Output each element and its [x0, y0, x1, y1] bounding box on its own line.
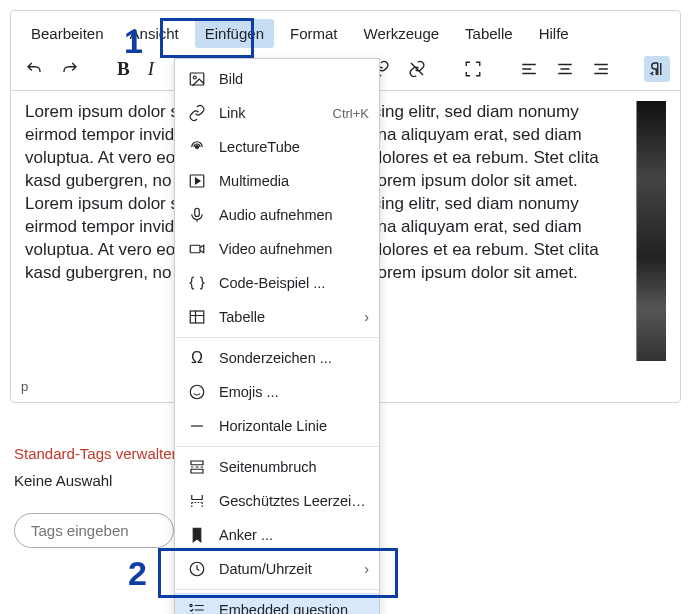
fullscreen-button[interactable]	[460, 56, 486, 82]
redo-button[interactable]	[57, 56, 83, 82]
clock-icon	[187, 559, 207, 579]
dd-hr[interactable]: Horizontale Linie	[175, 409, 379, 443]
dd-audio-label: Audio aufnehmen	[219, 207, 369, 223]
play-square-icon	[187, 171, 207, 191]
menu-tools[interactable]: Werkzeuge	[354, 19, 450, 48]
svg-rect-5	[190, 245, 200, 253]
image-icon	[187, 69, 207, 89]
menu-table[interactable]: Tabelle	[455, 19, 523, 48]
list-check-icon	[187, 600, 207, 614]
smile-icon	[187, 382, 207, 402]
menu-insert[interactable]: Einfügen	[195, 19, 274, 48]
tags-input[interactable]	[14, 513, 174, 548]
nbsp-icon	[187, 491, 207, 511]
svg-rect-4	[195, 208, 200, 216]
video-camera-icon	[187, 239, 207, 259]
undo-icon	[25, 60, 43, 78]
broadcast-icon	[187, 137, 207, 157]
svg-point-1	[193, 76, 196, 79]
dd-special-label: Sonderzeichen ...	[219, 350, 369, 366]
dd-multimedia[interactable]: Multimedia	[175, 164, 379, 198]
separator	[175, 446, 379, 447]
dd-hr-label: Horizontale Linie	[219, 418, 369, 434]
align-left-icon	[520, 60, 538, 78]
align-right-button[interactable]	[588, 56, 614, 82]
undo-button[interactable]	[21, 56, 47, 82]
dd-lecturetube-label: LectureTube	[219, 139, 369, 155]
insert-dropdown: Bild Link Ctrl+K LectureTube Multimedia …	[174, 58, 380, 614]
dd-multimedia-label: Multimedia	[219, 173, 369, 189]
separator	[175, 589, 379, 590]
pilcrow-rtl-icon	[648, 60, 666, 78]
svg-rect-6	[190, 311, 204, 323]
microphone-icon	[187, 205, 207, 225]
separator	[175, 337, 379, 338]
unlink-icon	[408, 60, 426, 78]
dd-video-record[interactable]: Video aufnehmen	[175, 232, 379, 266]
omega-icon: Ω	[187, 348, 207, 368]
dd-link-shortcut: Ctrl+K	[333, 106, 369, 121]
redo-icon	[61, 60, 79, 78]
dd-anchor[interactable]: Anker ...	[175, 518, 379, 552]
dd-table-label: Tabelle	[219, 309, 352, 325]
unlink-button[interactable]	[404, 56, 430, 82]
chevron-right-icon: ›	[364, 561, 369, 577]
rtl-button[interactable]	[644, 56, 670, 82]
dd-link[interactable]: Link Ctrl+K	[175, 96, 379, 130]
dd-video-label: Video aufnehmen	[219, 241, 369, 257]
table-icon	[187, 307, 207, 327]
chevron-right-icon: ›	[364, 309, 369, 325]
menu-edit[interactable]: Bearbeiten	[21, 19, 114, 48]
minus-icon	[187, 416, 207, 436]
fullscreen-icon	[464, 60, 482, 78]
svg-rect-0	[190, 73, 204, 85]
bold-button[interactable]: B	[113, 56, 134, 82]
dd-code-sample[interactable]: Code-Beispiel ...	[175, 266, 379, 300]
dd-embedded-question[interactable]: Embedded question	[175, 593, 379, 614]
align-center-icon	[556, 60, 574, 78]
align-left-button[interactable]	[516, 56, 542, 82]
content-image	[636, 101, 666, 361]
dd-pagebreak-label: Seitenumbruch	[219, 459, 369, 475]
menu-view[interactable]: Ansicht	[120, 19, 189, 48]
dd-emojis[interactable]: Emojis ...	[175, 375, 379, 409]
svg-point-9	[190, 604, 192, 606]
dd-table[interactable]: Tabelle ›	[175, 300, 379, 334]
svg-point-7	[190, 385, 204, 399]
pagebreak-icon	[187, 457, 207, 477]
dd-lecturetube[interactable]: LectureTube	[175, 130, 379, 164]
link-icon	[187, 103, 207, 123]
dd-audio-record[interactable]: Audio aufnehmen	[175, 198, 379, 232]
code-braces-icon	[187, 273, 207, 293]
italic-button[interactable]: I	[144, 56, 158, 82]
dd-anchor-label: Anker ...	[219, 527, 369, 543]
align-right-icon	[592, 60, 610, 78]
dd-datetime-label: Datum/Uhrzeit	[219, 561, 352, 577]
dd-link-label: Link	[219, 105, 321, 121]
menu-help[interactable]: Hilfe	[529, 19, 579, 48]
dd-datetime[interactable]: Datum/Uhrzeit ›	[175, 552, 379, 586]
dd-image[interactable]: Bild	[175, 62, 379, 96]
dd-emojis-label: Emojis ...	[219, 384, 369, 400]
dd-embedded-label: Embedded question	[219, 602, 369, 614]
dd-code-label: Code-Beispiel ...	[219, 275, 369, 291]
bookmark-icon	[187, 525, 207, 545]
menu-format[interactable]: Format	[280, 19, 348, 48]
align-center-button[interactable]	[552, 56, 578, 82]
dd-nbsp-label: Geschütztes Leerzeichen	[219, 493, 369, 509]
dd-nbsp[interactable]: Geschütztes Leerzeichen	[175, 484, 379, 518]
dd-pagebreak[interactable]: Seitenumbruch	[175, 450, 379, 484]
dd-image-label: Bild	[219, 71, 369, 87]
dd-special-char[interactable]: Ω Sonderzeichen ...	[175, 341, 379, 375]
menubar: Bearbeiten Ansicht Einfügen Format Werkz…	[11, 11, 680, 52]
annotation-number-2: 2	[128, 554, 147, 593]
svg-point-2	[196, 146, 199, 149]
